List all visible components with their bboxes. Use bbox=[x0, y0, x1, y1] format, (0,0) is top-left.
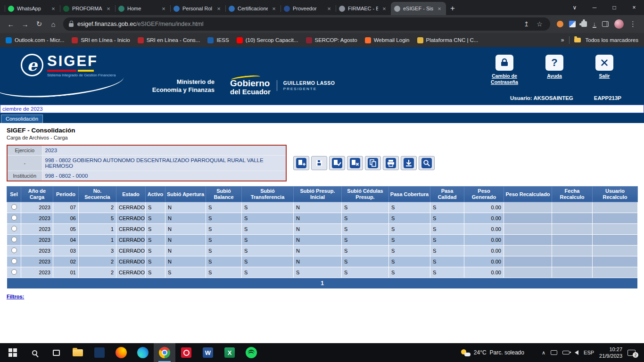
taskbar-clock[interactable]: 10:27 21/9/2023 bbox=[599, 346, 622, 360]
keyboard-language[interactable]: ESP bbox=[584, 350, 594, 355]
volume-icon[interactable] bbox=[575, 350, 578, 355]
window-controls: ∨ ─ □ × bbox=[565, 0, 644, 15]
cell-fecha-recalculo bbox=[552, 202, 593, 213]
excel-button[interactable]: X bbox=[219, 343, 240, 362]
taskbar-search-button[interactable] bbox=[24, 343, 45, 362]
downloads-icon[interactable]: ↓ bbox=[593, 21, 597, 28]
tab-close-icon[interactable]: × bbox=[381, 5, 388, 12]
extensions-puzzle-icon[interactable] bbox=[581, 21, 587, 27]
address-bar[interactable]: esigef.finanzas.gob.ec/eSIGEF/menu/index… bbox=[63, 17, 550, 31]
lock-icon[interactable] bbox=[69, 23, 74, 27]
bookmark-star-icon[interactable]: ☆ bbox=[535, 20, 545, 28]
browser-tab[interactable]: FIRMAEC - Bu × bbox=[336, 2, 391, 15]
browser-tab[interactable]: Home × bbox=[115, 2, 170, 15]
profile-avatar[interactable] bbox=[614, 19, 624, 29]
row-select-radio[interactable] bbox=[11, 269, 17, 275]
tab-title: eSIGEF - Siste bbox=[403, 6, 433, 11]
spotify-button[interactable] bbox=[240, 343, 262, 362]
tab-consolidacion[interactable]: Consolidación bbox=[1, 115, 43, 123]
search-button[interactable] bbox=[419, 156, 435, 170]
row-select-radio[interactable] bbox=[11, 247, 17, 253]
all-bookmarks-button[interactable]: Todos los marcadores bbox=[586, 37, 639, 43]
share-icon[interactable]: ↥ bbox=[522, 20, 531, 28]
notifications-icon[interactable]: 2 bbox=[627, 350, 636, 356]
loads-table: Sel Año de Carga Periodo No. Secuencia E… bbox=[7, 186, 638, 289]
app-button-navy[interactable] bbox=[89, 343, 110, 362]
tray-expand-chevron-icon[interactable]: ∧ bbox=[542, 350, 545, 356]
pagination-page[interactable]: 1 bbox=[7, 278, 638, 289]
esigef-logo[interactable]: e SIGEF Sistema Integrado de Gestión Fin… bbox=[21, 54, 116, 77]
browser-tab[interactable]: WhatsApp × bbox=[5, 2, 60, 15]
bookmark-favicon-icon bbox=[138, 37, 144, 43]
bookmark-item[interactable]: SRI en Línea - Inicio bbox=[72, 37, 130, 43]
bookmarks-overflow-icon[interactable]: » bbox=[561, 37, 564, 43]
task-view-button[interactable] bbox=[45, 343, 67, 362]
minimize-button[interactable]: ─ bbox=[585, 0, 604, 15]
tab-close-icon[interactable]: × bbox=[271, 5, 277, 12]
tab-close-icon[interactable]: × bbox=[436, 5, 443, 12]
bookmark-item[interactable]: SRI en Línea - Cons... bbox=[138, 37, 200, 43]
browser-tab[interactable]: Certificacione × bbox=[225, 2, 281, 15]
display-tray-icon[interactable] bbox=[551, 350, 557, 355]
bookmark-item[interactable]: Webmail Login bbox=[365, 37, 410, 43]
change-password-link[interactable]: Cambio de Contraseña bbox=[486, 55, 523, 85]
bookmark-item[interactable]: SERCOP: Agosto bbox=[306, 37, 357, 43]
save-button[interactable] bbox=[311, 156, 327, 170]
browser-menu-icon[interactable]: ⋮ bbox=[629, 20, 636, 28]
chrome-button[interactable] bbox=[154, 343, 175, 362]
browser-tab[interactable]: Proveedor × bbox=[281, 2, 336, 15]
tab-close-icon[interactable]: × bbox=[160, 5, 167, 12]
cell-subio-balance: S bbox=[206, 213, 242, 224]
row-select-radio[interactable] bbox=[11, 215, 17, 221]
help-link[interactable]: ? Ayuda bbox=[536, 55, 573, 85]
bookmark-item[interactable]: Outlook.com - Micr... bbox=[6, 37, 64, 43]
tab-search-chevron-icon[interactable]: ∨ bbox=[565, 0, 585, 15]
maximize-button[interactable]: □ bbox=[604, 0, 624, 15]
logout-link[interactable]: Salir bbox=[586, 55, 623, 85]
bookmark-favicon-icon bbox=[306, 37, 312, 43]
copy-button[interactable] bbox=[365, 156, 381, 170]
edge-button[interactable] bbox=[132, 343, 154, 362]
weather-widget[interactable]: 24°C Parc. soleado bbox=[461, 349, 537, 356]
translate-icon[interactable] bbox=[569, 21, 576, 27]
row-select-radio[interactable] bbox=[11, 204, 17, 210]
save-icon bbox=[314, 158, 324, 168]
file-explorer-button[interactable] bbox=[67, 343, 89, 362]
cell-subio-presup-inicial: N bbox=[294, 256, 342, 267]
side-panel-icon[interactable] bbox=[602, 21, 609, 27]
delete-button[interactable] bbox=[347, 156, 363, 170]
download-button[interactable] bbox=[401, 156, 417, 170]
filters-link[interactable]: Filtros: bbox=[7, 294, 24, 299]
app-icon bbox=[94, 347, 105, 358]
browser-tab[interactable]: PROFORMA 3 × bbox=[60, 2, 115, 15]
row-select-radio[interactable] bbox=[11, 226, 17, 231]
bookmark-item[interactable]: IESS bbox=[207, 37, 229, 43]
new-tab-button[interactable]: + bbox=[446, 2, 459, 15]
forward-icon[interactable]: → bbox=[19, 18, 31, 30]
tab-close-icon[interactable]: × bbox=[326, 5, 332, 12]
reload-icon[interactable]: ↻ bbox=[33, 18, 45, 30]
tab-close-icon[interactable]: × bbox=[215, 5, 222, 12]
validate-button[interactable] bbox=[329, 156, 345, 170]
close-button[interactable]: × bbox=[624, 0, 644, 15]
print-button[interactable] bbox=[383, 156, 399, 170]
new-record-button[interactable] bbox=[293, 156, 309, 170]
browser-tab[interactable]: eSIGEF - Siste × bbox=[391, 2, 446, 15]
battery-icon[interactable] bbox=[562, 351, 570, 354]
word-button[interactable]: W bbox=[197, 343, 219, 362]
start-button[interactable] bbox=[2, 343, 24, 362]
bookmark-item[interactable]: Plataforma CNC | C... bbox=[417, 37, 479, 43]
cell-estado: CERRADO bbox=[116, 235, 146, 246]
browser-tab[interactable]: Personal Rol × bbox=[170, 2, 225, 15]
home-icon[interactable]: ⌂ bbox=[47, 18, 59, 30]
extension-icon[interactable] bbox=[557, 21, 563, 27]
tab-close-icon[interactable]: × bbox=[50, 5, 57, 12]
cell-sel bbox=[7, 213, 21, 224]
back-icon[interactable]: ← bbox=[5, 18, 17, 30]
row-select-radio[interactable] bbox=[11, 237, 17, 242]
firefox-button[interactable] bbox=[110, 343, 132, 362]
tab-close-icon[interactable]: × bbox=[105, 5, 112, 12]
app-button-red[interactable] bbox=[175, 343, 197, 362]
row-select-radio[interactable] bbox=[11, 258, 17, 264]
bookmark-item[interactable]: (10) Sercop Capacit... bbox=[237, 37, 298, 43]
